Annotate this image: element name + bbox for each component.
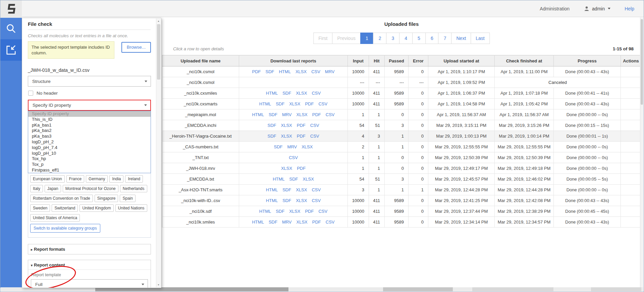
table-row[interactable]: _nci10k.csmolPDFSDFHTMLXLSXCSVMRV1000041…	[162, 66, 641, 77]
report-link[interactable]: HTML	[266, 198, 278, 203]
report-link[interactable]: XLSX	[281, 166, 292, 171]
report-link[interactable]: XLSX	[303, 177, 314, 182]
table-row[interactable]: _mepirapim.molHTMLSDFMRVXLSXPDFCSV1100Ap…	[162, 109, 641, 120]
page-last-button[interactable]: Last	[471, 33, 489, 44]
report-link[interactable]: PDF	[297, 134, 306, 139]
report-link[interactable]: PDF	[312, 220, 321, 225]
scroll-up-arrow-icon[interactable]: ▲	[156, 18, 161, 23]
category-chip[interactable]: United States of America	[30, 214, 80, 222]
report-link[interactable]: CSV	[311, 69, 320, 74]
structure-select[interactable]: Structure	[28, 76, 151, 87]
id-property-option[interactable]: Firstpass_eff1	[28, 167, 151, 173]
category-chip[interactable]: Ireland	[125, 175, 143, 183]
help-link[interactable]: Help	[625, 6, 634, 11]
administration-link[interactable]: Administration	[540, 6, 570, 11]
report-link[interactable]: HTML	[259, 101, 271, 106]
category-chip[interactable]: Rotterdam Convention on Trade	[30, 195, 93, 202]
panel-scrollbar-thumb[interactable]	[157, 24, 160, 80]
report-link[interactable]: XLSX	[281, 134, 292, 139]
report-formats-section[interactable]: ▸Report formats	[28, 244, 151, 254]
report-link[interactable]: XLSX	[297, 220, 308, 225]
report-link[interactable]: SDF	[289, 177, 298, 182]
report-link[interactable]: SDF	[276, 209, 284, 214]
report-link[interactable]: SDF	[282, 187, 291, 192]
report-link[interactable]: HTML	[266, 91, 278, 96]
report-link[interactable]: HTML	[273, 177, 284, 182]
sidebar-item-file-check[interactable]	[0, 39, 22, 61]
page-number-button[interactable]: 1	[360, 33, 374, 44]
report-link[interactable]: SDF	[269, 112, 277, 117]
report-link[interactable]: MRV	[325, 69, 335, 74]
page-number-button[interactable]: 4	[399, 33, 413, 44]
table-row[interactable]: _TNT.txtCSV1100Mar 29, 2019, 12:50:39 PM…	[162, 152, 641, 163]
report-link[interactable]: HTML	[252, 112, 264, 117]
report-link[interactable]: SDF	[268, 123, 276, 128]
page-number-button[interactable]: 5	[412, 33, 426, 44]
category-chip[interactable]: Switzerland	[52, 204, 78, 212]
id-property-option[interactable]: logD_pH_7.4	[28, 145, 151, 151]
report-link[interactable]: CSV	[289, 155, 298, 160]
table-row[interactable]: _nci10k.smilesHTMLSDFMRVXLSXPDFCSV100004…	[162, 217, 641, 228]
id-property-option[interactable]: This_is_ID	[28, 117, 151, 123]
no-header-checkbox[interactable]	[28, 91, 33, 96]
report-link[interactable]: HTML	[279, 69, 290, 74]
table-row[interactable]: _JWH-018.mrvXLSXPDF1100Mar 29, 2019, 12:…	[162, 163, 641, 174]
category-chip[interactable]: Germany	[86, 175, 108, 183]
table-row[interactable]: _nci10k.csmol------------Apr 1, 2019, 1:…	[162, 77, 641, 88]
category-chip[interactable]: Spain	[120, 195, 136, 202]
report-link[interactable]: MRV	[282, 220, 292, 225]
category-chip[interactable]: European Union	[30, 175, 65, 183]
switch-category-groups-button[interactable]: Switch to available category groups	[30, 224, 100, 233]
report-link[interactable]: XLSX	[296, 69, 307, 74]
sidebar-item-search[interactable]	[0, 18, 22, 39]
id-property-option[interactable]: pKa_bas3	[28, 134, 151, 139]
report-link[interactable]: HTML	[252, 220, 264, 225]
report-link[interactable]: MRV	[287, 144, 297, 149]
table-row[interactable]: _nci10k.cxsmartsHTMLSDFXLSXPDFCSV1000041…	[162, 99, 641, 109]
report-link[interactable]: SDF	[269, 220, 277, 225]
category-chip[interactable]: Italy	[30, 185, 43, 192]
page-number-button[interactable]: 3	[386, 33, 400, 44]
category-chip[interactable]: Singapore	[95, 195, 118, 202]
category-chip[interactable]: Netherlands	[120, 185, 147, 192]
category-chip[interactable]: Japan	[45, 185, 61, 192]
table-row[interactable]: _CAS-numbers.txtSDFMRVXLSX2110Mar 29, 20…	[162, 142, 641, 152]
table-row[interactable]: _nci10k-with-ID..csvHTMLSDFXLSXCSV100004…	[162, 195, 641, 206]
id-property-option[interactable]: pKa_bas2	[28, 128, 151, 134]
report-link[interactable]: SDF	[282, 91, 291, 96]
page-number-button[interactable]: 7	[438, 33, 452, 44]
id-property-option[interactable]: Tox_hp	[28, 156, 151, 162]
report-content-header[interactable]: ▾Report content	[28, 260, 151, 270]
page-first-button[interactable]: First	[313, 33, 332, 44]
table-row[interactable]: _EMCDDA.txtHTMLSDFXLSX545130Mar 29, 2019…	[162, 174, 641, 185]
report-link[interactable]: XLSX	[296, 91, 307, 96]
report-link[interactable]: XLSX	[289, 101, 300, 106]
browse-button[interactable]: Browse...	[121, 42, 151, 53]
report-link[interactable]: CSV	[318, 209, 327, 214]
report-link[interactable]: CSV	[326, 220, 335, 225]
report-link[interactable]: SDF	[265, 69, 274, 74]
report-link[interactable]: CSV	[310, 134, 319, 139]
scroll-down-arrow-icon[interactable]: ▼	[156, 282, 161, 287]
app-logo[interactable]	[0, 0, 22, 18]
vertical-scrollbar-thumb[interactable]	[641, 19, 643, 105]
report-link[interactable]: CSV	[312, 91, 321, 96]
report-link[interactable]: HTML	[259, 209, 271, 214]
report-link[interactable]: SDF	[282, 198, 291, 203]
category-chip[interactable]: United Nations	[115, 204, 147, 212]
report-link[interactable]: PDF	[252, 69, 261, 74]
report-link[interactable]: PDF	[305, 101, 314, 106]
category-chip[interactable]: United Kingdom	[79, 204, 113, 212]
report-link[interactable]: XLSX	[289, 209, 300, 214]
category-chip[interactable]: India	[109, 175, 123, 183]
report-link[interactable]: XLSX	[302, 144, 313, 149]
report-link[interactable]: XLSX	[296, 198, 307, 203]
report-link[interactable]: SDF	[268, 134, 276, 139]
page-previous-button[interactable]: Previous	[332, 33, 360, 44]
id-property-option[interactable]: logD_pH_2	[28, 139, 151, 145]
report-link[interactable]: SDF	[276, 101, 284, 106]
page-number-button[interactable]: 6	[425, 33, 439, 44]
page-number-button[interactable]: 2	[373, 33, 387, 44]
report-link[interactable]: CSV	[312, 187, 321, 192]
report-link[interactable]: CSV	[312, 198, 321, 203]
